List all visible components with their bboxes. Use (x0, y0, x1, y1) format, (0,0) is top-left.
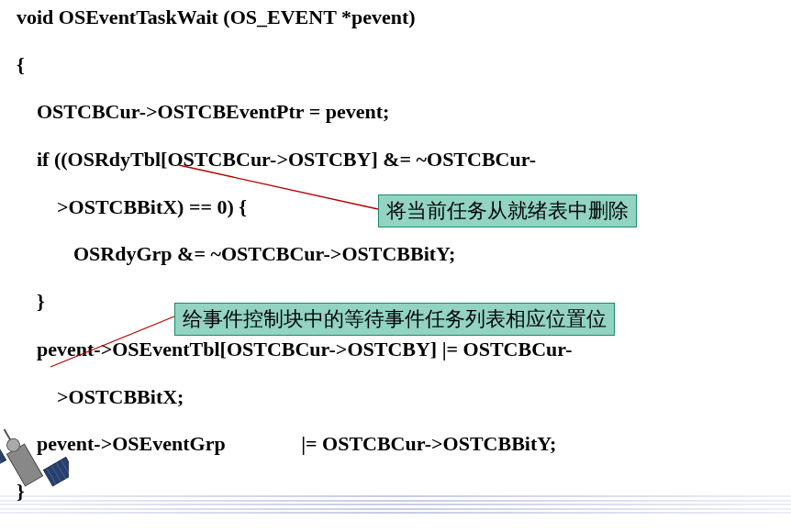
annotation-set-wait-bit: 给事件控制块中的等待事件任务列表相应位置位 (174, 303, 615, 336)
satellite-icon (0, 405, 69, 525)
annotation-remove-from-ready: 将当前任务从就绪表中删除 (378, 194, 637, 227)
svg-rect-3 (0, 444, 6, 472)
code-line-5: OSRdyGrp &= ~OSTCBCur->OSTCBBitY; (17, 240, 774, 268)
svg-rect-4 (43, 457, 69, 485)
code-line-2: OSTCBCur->OSTCBEventPtr = pevent; (17, 98, 774, 126)
footer-stripes (0, 495, 791, 514)
code-line-9: pevent->OSEventGrp |= OSTCBCur->OSTCBBit… (17, 430, 774, 458)
code-line-8: >OSTCBBitX; (17, 383, 774, 411)
slide: void OSEventTaskWait (OS_EVENT *pevent) … (0, 0, 791, 532)
code-line-0: void OSEventTaskWait (OS_EVENT *pevent) (17, 4, 774, 31)
svg-line-14 (5, 429, 11, 439)
code-line-1: { (17, 51, 774, 79)
code-line-3: if ((OSRdyTbl[OSTCBCur->OSTCBY] &= ~OSTC… (17, 146, 774, 173)
code-line-7: pevent->OSEventTbl[OSTCBCur->OSTCBY] |= … (17, 336, 774, 363)
